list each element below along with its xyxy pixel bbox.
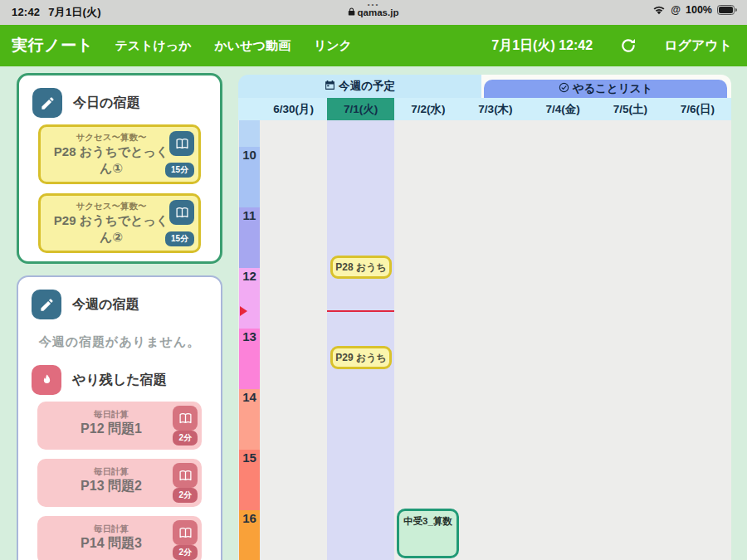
status-bar: 12:427月1日(火) ••• qamas.jp @ 100% [0, 0, 747, 25]
date-header-7/3(木): 7/3(木) [461, 98, 529, 120]
today-homework-list: サクセス〜算数〜 P28 おうちでとっくん① 15分 サクセス〜算数〜 P29 … [19, 123, 220, 253]
check-circle-icon [559, 82, 569, 95]
pencil-icon [32, 290, 61, 319]
battery-percent: 100% [686, 4, 712, 16]
tab-week-schedule-label: 今週の予定 [339, 79, 395, 94]
book-icon [173, 406, 198, 431]
app-title[interactable]: 実行ノート [0, 35, 93, 56]
hour-block [239, 120, 260, 147]
book-icon [169, 131, 194, 156]
current-time-marker [240, 306, 247, 316]
nav-menu-item[interactable]: かいせつ動画 [215, 38, 290, 54]
unfinished-homework-card[interactable]: 毎日計算 P13 問題2 2分 [37, 459, 202, 507]
date-header-7/1(火): 7/1(火) [327, 98, 394, 120]
duration-badge: 2分 [173, 431, 198, 446]
hour-label-10: 10 [239, 147, 260, 207]
book-icon [169, 200, 194, 225]
homework-title: P14 問題3 [46, 535, 177, 553]
week-homework-card: 今週の宿題 今週の宿題がありません。 やり残した宿題 毎日計算 P12 問題1 … [17, 275, 222, 560]
tab-todo-list[interactable]: やることリスト [484, 80, 727, 98]
date-header-row: 6/30(月)7/1(火)7/2(水)7/3(木)7/4(金)7/5(土)7/6… [238, 98, 731, 120]
nav-menu-item[interactable]: リンク [314, 38, 352, 54]
tab-overview-dots[interactable]: ••• [349, 2, 399, 7]
today-homework-card: 今日の宿題 サクセス〜算数〜 P28 おうちでとっくん① 15分 サクセス〜算数… [17, 73, 222, 264]
main-content: 今日の宿題 サクセス〜算数〜 P28 おうちでとっくん① 15分 サクセス〜算数… [0, 66, 747, 560]
week-empty-message: 今週の宿題がありません。 [18, 324, 221, 362]
pencil-icon [32, 88, 62, 118]
logout-button[interactable]: ログアウト [664, 37, 732, 55]
calendar-icon [325, 80, 335, 93]
unfinished-homework-list: 毎日計算 P12 問題1 2分 毎日計算 P13 問題2 2分 毎日計算 P14… [18, 400, 221, 560]
homework-title: P29 おうちでとっくん② [49, 212, 173, 245]
homework-subtitle: 毎日計算 [46, 523, 177, 535]
tab-week-schedule[interactable]: 今週の予定 [238, 75, 481, 98]
status-url-area[interactable]: ••• qamas.jp [349, 2, 399, 17]
calendar-tabs: 今週の予定 やることリスト [238, 75, 731, 98]
navbar: 実行ノート テストけっかかいせつ動画リンク 7月1日(火) 12:42 ログアウ… [0, 25, 747, 66]
homework-title: P13 問題2 [46, 478, 177, 495]
homework-subtitle: 毎日計算 [46, 409, 177, 421]
homework-title: P12 問題1 [46, 421, 177, 438]
hour-gutter: 10111213141516 [239, 120, 260, 560]
wifi-icon [652, 5, 666, 15]
lock-icon [349, 7, 355, 17]
week-section-title: 今週の宿題 [72, 296, 139, 314]
battery-icon [717, 5, 737, 15]
date-header-6/30(月): 6/30(月) [260, 98, 327, 120]
status-time-date: 12:427月1日(火) [12, 5, 110, 20]
hour-label-13: 13 [239, 329, 260, 389]
refresh-button[interactable] [619, 37, 637, 55]
schedule-grid: 10111213141516 P28 おうちP29 おうち中受3_算数 [238, 120, 731, 560]
screen: 12:427月1日(火) ••• qamas.jp @ 100% 実行ノート テ… [0, 0, 747, 560]
hour-label-12: 12 [239, 268, 260, 329]
url-domain[interactable]: qamas.jp [358, 7, 399, 17]
date-header-7/6(日): 7/6(日) [664, 98, 731, 120]
today-section-title: 今日の宿題 [73, 95, 139, 112]
homework-card[interactable]: サクセス〜算数〜 P29 おうちでとっくん② 15分 [38, 193, 201, 253]
date-header-7/5(土): 7/5(土) [597, 98, 664, 120]
nav-menu: テストけっかかいせつ動画リンク [115, 38, 352, 54]
tab-todo-background: やることリスト [481, 75, 731, 98]
status-time: 12:42 [12, 6, 40, 18]
homework-title: P28 おうちでとっくん① [49, 144, 173, 176]
hour-label-11: 11 [239, 207, 260, 268]
hour-label-16: 16 [239, 510, 260, 560]
hour-label-15: 15 [239, 450, 260, 510]
rotation-lock-icon: @ [671, 4, 681, 16]
book-icon [173, 520, 198, 545]
status-date: 7月1日(火) [48, 6, 101, 18]
hour-label-14: 14 [239, 389, 260, 450]
duration-badge: 15分 [165, 231, 194, 246]
tab-todo-list-label: やることリスト [573, 81, 653, 96]
date-header-7/4(金): 7/4(金) [530, 98, 597, 120]
unfinished-section-title: やり残した宿題 [72, 372, 167, 389]
flame-icon [32, 365, 61, 395]
homework-subtitle: サクセス〜算数〜 [49, 201, 173, 212]
homework-card[interactable]: サクセス〜算数〜 P28 おうちでとっくん① 15分 [38, 124, 201, 184]
calendar-event[interactable]: P29 おうち [330, 346, 392, 369]
current-time-line [327, 310, 394, 312]
today-column-highlight [327, 120, 394, 560]
navbar-datetime: 7月1日(火) 12:42 [491, 37, 593, 55]
duration-badge: 15分 [165, 163, 194, 178]
nav-menu-item[interactable]: テストけっか [115, 38, 191, 54]
calendar-panel: 今週の予定 やることリスト 6/30(月)7/1(火)7/2(水)7/3(木)7… [238, 75, 731, 560]
calendar-event[interactable]: P28 おうち [330, 256, 392, 279]
unfinished-homework-card[interactable]: 毎日計算 P14 問題3 2分 [37, 516, 202, 560]
date-header-7/2(水): 7/2(水) [394, 98, 461, 120]
book-icon [173, 463, 198, 488]
homework-subtitle: 毎日計算 [46, 466, 177, 478]
date-row-spacer [238, 98, 260, 120]
duration-badge: 2分 [173, 488, 198, 503]
status-icons: @ 100% [652, 4, 737, 16]
unfinished-homework-card[interactable]: 毎日計算 P12 問題1 2分 [37, 402, 202, 450]
duration-badge: 2分 [173, 545, 198, 560]
homework-subtitle: サクセス〜算数〜 [49, 132, 173, 144]
calendar-event[interactable]: 中受3_算数 [397, 509, 459, 558]
